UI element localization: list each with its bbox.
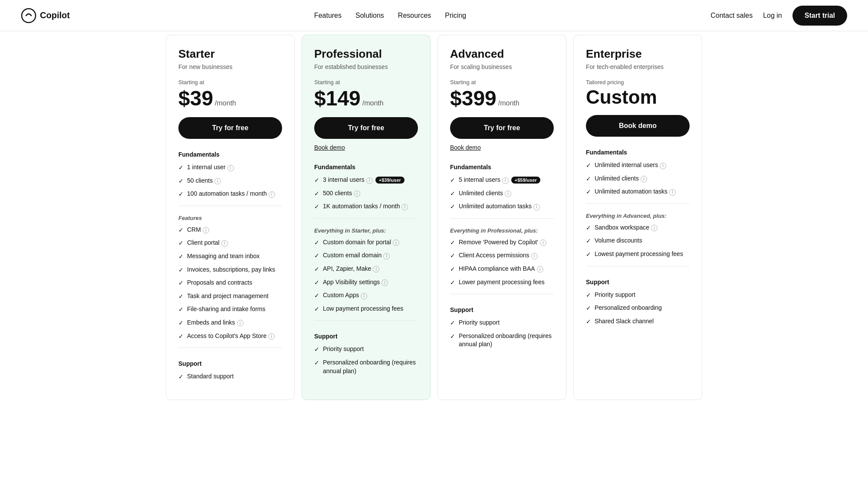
fundamentals-list-enterprise: ✓ Unlimited internal usersi✓ Unlimited c… [586, 161, 690, 197]
check-icon: ✓ [450, 319, 455, 328]
info-icon[interactable]: i [269, 191, 275, 198]
info-icon[interactable]: i [641, 176, 647, 182]
logo[interactable]: Copilot [21, 8, 70, 23]
check-icon: ✓ [178, 279, 184, 288]
feature-text: Invoices, subscriptions, pay links [187, 266, 275, 274]
info-icon[interactable]: i [221, 240, 228, 247]
list-item: ✓ Unlimited clientsi [586, 174, 690, 184]
log-in-link[interactable]: Log in [763, 12, 782, 20]
support-title-professional: Support [314, 333, 418, 340]
feature-text: API, Zapier, Makei [323, 265, 379, 273]
feature-text: Client portali [187, 239, 228, 247]
cta-primary-advanced[interactable]: Try for free [450, 117, 554, 139]
info-icon[interactable]: i [401, 204, 408, 210]
plan-card-professional: Professional For established businesses … [302, 35, 431, 400]
check-icon: ✓ [314, 239, 319, 247]
check-icon: ✓ [178, 332, 184, 341]
features-list-professional: ✓ Custom domain for portali✓ Custom emai… [314, 238, 418, 314]
list-item: ✓ Client Access permissionsi [450, 251, 554, 260]
info-icon[interactable]: i [268, 333, 275, 340]
check-icon: ✓ [450, 252, 455, 260]
fundamentals-list-professional: ✓ 3 internal usersi+$39/user✓ 500 client… [314, 176, 418, 211]
support-title-advanced: Support [450, 306, 554, 313]
info-icon[interactable]: i [354, 190, 360, 197]
list-item: ✓ Unlimited internal usersi [586, 161, 690, 170]
feature-text: Custom domain for portali [323, 238, 399, 247]
cta-secondary-professional[interactable]: Book demo [314, 144, 345, 151]
list-item: ✓ Messaging and team inbox [178, 252, 282, 261]
list-item: ✓ 100 automation tasks / monthi [178, 190, 282, 199]
check-icon: ✓ [450, 265, 455, 274]
cta-primary-professional[interactable]: Try for free [314, 117, 418, 139]
plan-price-amount-advanced: $399 [450, 86, 496, 110]
navbar: Copilot Features Solutions Resources Pri… [0, 0, 868, 31]
feature-text: 1K automation tasks / monthi [323, 202, 408, 211]
info-icon[interactable]: i [214, 178, 221, 184]
info-icon[interactable]: i [533, 204, 540, 210]
nav-resources[interactable]: Resources [398, 12, 431, 20]
list-item: ✓ Proposals and contracts [178, 279, 282, 288]
check-icon: ✓ [450, 203, 455, 211]
plan-price-starter: $39 /month [178, 86, 282, 110]
check-icon: ✓ [586, 188, 591, 197]
info-icon[interactable]: i [505, 190, 511, 197]
info-icon[interactable]: i [227, 165, 234, 171]
list-item: ✓ HIPAA compliance with BAAi [450, 265, 554, 274]
check-icon: ✓ [314, 292, 319, 300]
info-icon[interactable]: i [660, 163, 666, 169]
cta-primary-starter[interactable]: Try for free [178, 117, 282, 139]
plan-desc-professional: For established businesses [314, 63, 418, 70]
info-icon[interactable]: i [531, 253, 538, 259]
list-item: ✓ 1K automation tasks / monthi [314, 202, 418, 211]
plan-pricing-label-advanced: Starting at [450, 79, 554, 85]
nav-features[interactable]: Features [314, 12, 342, 20]
svg-point-0 [22, 9, 36, 23]
nav-solutions[interactable]: Solutions [355, 12, 384, 20]
list-item: ✓ Lower payment processing fees [450, 278, 554, 287]
info-icon[interactable]: i [669, 189, 676, 196]
info-icon[interactable]: i [502, 177, 509, 184]
features-title-advanced: Everything in Professional, plus: [450, 227, 554, 234]
info-icon[interactable]: i [537, 266, 543, 272]
cta-secondary-advanced[interactable]: Book demo [450, 144, 481, 151]
feature-text: Low payment processing fees [323, 305, 403, 313]
support-list-enterprise: ✓ Priority support✓ Personalized onboard… [586, 291, 690, 326]
check-icon: ✓ [314, 305, 319, 314]
start-trial-button[interactable]: Start trial [792, 6, 847, 26]
plan-card-enterprise: Enterprise For tech-enabled enterprises … [573, 35, 702, 400]
info-icon[interactable]: i [373, 266, 379, 272]
fundamentals-list-starter: ✓ 1 internal useri✓ 50 clientsi✓ 100 aut… [178, 163, 282, 199]
support-list-starter: ✓ Standard support [178, 372, 282, 381]
check-icon: ✓ [178, 292, 184, 301]
plan-price-custom-enterprise: Custom [586, 86, 690, 108]
info-icon[interactable]: i [237, 320, 243, 326]
nav-pricing[interactable]: Pricing [445, 12, 466, 20]
list-item: ✓ Remove 'Powered by Copilot'i [450, 238, 554, 247]
plan-pricing-label-enterprise: Tailored pricing [586, 79, 690, 85]
info-icon[interactable]: i [361, 293, 367, 299]
feature-text: 100 automation tasks / monthi [187, 190, 275, 198]
info-icon[interactable]: i [383, 253, 390, 259]
support-list-advanced: ✓ Priority support✓ Personalized onboard… [450, 318, 554, 349]
features-list-advanced: ✓ Remove 'Powered by Copilot'i✓ Client A… [450, 238, 554, 287]
feature-text: CRMi [187, 226, 209, 234]
support-title-starter: Support [178, 360, 282, 367]
info-icon[interactable]: i [203, 227, 209, 233]
check-icon: ✓ [586, 224, 591, 233]
feature-text: Messaging and team inbox [187, 252, 260, 261]
info-icon[interactable]: i [366, 177, 373, 184]
cta-primary-enterprise[interactable]: Book demo [586, 115, 690, 137]
list-item: ✓ Personalized onboarding [586, 304, 690, 313]
info-icon[interactable]: i [381, 279, 388, 286]
check-icon: ✓ [314, 265, 319, 274]
feature-text: Unlimited automation tasksi [459, 202, 540, 211]
info-icon[interactable]: i [651, 225, 658, 231]
badge: +$39/user [375, 177, 404, 184]
feature-text: 5 internal usersi+$59/user [459, 176, 540, 184]
plan-name-advanced: Advanced [450, 47, 554, 61]
contact-sales-link[interactable]: Contact sales [710, 12, 753, 20]
info-icon[interactable]: i [393, 240, 399, 246]
feature-text: Shared Slack channel [595, 317, 654, 326]
info-icon[interactable]: i [540, 240, 546, 246]
features-title-starter: Features [178, 215, 282, 221]
